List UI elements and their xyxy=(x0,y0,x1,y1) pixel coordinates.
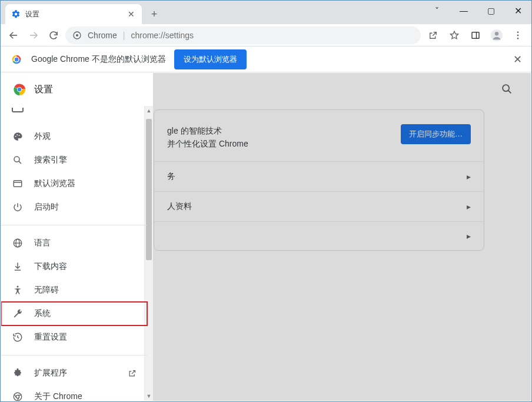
tab-close-button[interactable]: ✕ xyxy=(127,9,136,19)
row-label: 人资料 xyxy=(167,201,192,212)
svg-rect-2 xyxy=(472,32,479,38)
sidebar-separator xyxy=(1,355,147,356)
sync-line1: gle 的智能技术 xyxy=(167,124,248,137)
sidebar-item-label: 无障碍 xyxy=(34,285,59,295)
palette-icon xyxy=(12,131,24,142)
svg-point-8 xyxy=(517,37,519,39)
sidebar-item-label: 启动时 xyxy=(34,202,59,212)
infobar-message: Google Chrome 不是您的默认浏览器 xyxy=(31,54,166,65)
sidebar-item-appearance[interactable]: 外观 xyxy=(1,125,147,148)
sidebar-item-label: 重置设置 xyxy=(34,332,67,343)
chevron-right-icon: ▸ xyxy=(467,202,471,211)
caret-down-icon[interactable]: ˅ xyxy=(423,1,450,21)
svg-line-13 xyxy=(508,91,511,94)
sidebar-item-label: 默认浏览器 xyxy=(34,178,75,189)
side-panel-icon[interactable] xyxy=(467,26,484,44)
default-browser-infobar: Google Chrome 不是您的默认浏览器 设为默认浏览器 ✕ xyxy=(1,46,531,72)
sidebar-item-label: 扩展程序 xyxy=(34,368,67,378)
sidebar-item-reset[interactable]: 重置设置 xyxy=(1,325,147,349)
sidebar-item-label: 关于 Chrome xyxy=(34,391,82,401)
power-icon xyxy=(12,201,24,213)
svg-point-10 xyxy=(15,57,18,61)
row-label: 务 xyxy=(167,171,175,182)
svg-point-20 xyxy=(14,157,19,162)
chrome-logo-icon xyxy=(13,83,26,96)
tab-title: 设置 xyxy=(25,9,122,19)
set-default-browser-button[interactable]: 设为默认浏览器 xyxy=(174,49,247,69)
restore-icon xyxy=(12,331,24,343)
svg-point-1 xyxy=(76,34,78,36)
cut-icon xyxy=(12,108,24,112)
back-button[interactable] xyxy=(5,27,22,44)
sidebar-item-default-browser[interactable]: 默认浏览器 xyxy=(1,172,147,195)
chrome-logo-icon xyxy=(10,53,23,66)
svg-point-17 xyxy=(15,136,16,137)
address-bar[interactable]: Chrome | chrome://settings xyxy=(65,26,421,44)
settings-main: gle 的智能技术 并个性化设置 Chrome 开启同步功能… 务 ▸ 人资料 … xyxy=(154,109,484,251)
sync-line2: 并个性化设置 Chrome xyxy=(167,137,248,150)
settings-row-import[interactable]: ▸ xyxy=(154,221,484,250)
globe-icon xyxy=(12,237,24,249)
toolbar: Chrome | chrome://settings xyxy=(1,24,531,46)
sidebar-header: 设置 xyxy=(1,73,153,106)
svg-rect-22 xyxy=(14,181,22,187)
svg-point-5 xyxy=(495,32,498,35)
bookmark-star-icon[interactable] xyxy=(445,26,463,44)
sidebar-nav: ▲ ▼ 外观 搜索引擎 默认浏览器 xyxy=(1,106,153,401)
window-close-button[interactable]: ✕ xyxy=(504,1,531,21)
omnibox-origin: Chrome xyxy=(88,31,117,40)
settings-row-services[interactable]: 务 ▸ xyxy=(154,161,484,191)
svg-line-21 xyxy=(19,161,21,164)
new-tab-button[interactable]: + xyxy=(145,5,163,23)
sidebar-item-downloads[interactable]: 下载内容 xyxy=(1,255,147,278)
maximize-button[interactable]: ▢ xyxy=(477,1,504,21)
reload-button[interactable] xyxy=(45,27,62,44)
sidebar-item-about-chrome[interactable]: 关于 Chrome xyxy=(1,385,147,401)
sync-promo-row: gle 的智能技术 并个性化设置 Chrome 开启同步功能… xyxy=(154,110,484,161)
search-icon[interactable] xyxy=(500,82,514,97)
svg-point-27 xyxy=(17,286,19,288)
chrome-outline-icon xyxy=(12,391,24,401)
share-icon[interactable] xyxy=(424,26,442,44)
sidebar-item-label: 系统 xyxy=(34,308,51,319)
omnibox-separator: | xyxy=(123,31,125,40)
kebab-menu-icon[interactable] xyxy=(509,26,527,44)
svg-point-6 xyxy=(517,31,519,33)
sidebar-item-system[interactable]: 系统 xyxy=(1,302,147,325)
search-icon xyxy=(12,154,24,166)
tab-settings[interactable]: 设置 ✕ xyxy=(5,4,142,24)
external-link-icon xyxy=(128,369,137,378)
chrome-dino-icon xyxy=(72,31,82,40)
sidebar-item-label: 搜索引擎 xyxy=(34,155,67,165)
settings-row-profile[interactable]: 人资料 ▸ xyxy=(154,191,484,221)
omnibox-url: chrome://settings xyxy=(131,31,194,40)
gear-icon xyxy=(11,9,21,19)
svg-point-16 xyxy=(18,88,21,91)
minimize-button[interactable]: — xyxy=(450,1,477,21)
turn-on-sync-button[interactable]: 开启同步功能… xyxy=(401,124,471,144)
profile-avatar-icon[interactable] xyxy=(488,26,506,44)
chevron-right-icon: ▸ xyxy=(467,172,471,181)
sidebar-item-on-startup[interactable]: 启动时 xyxy=(1,195,147,219)
sidebar-item-label: 外观 xyxy=(34,131,51,142)
extension-icon xyxy=(12,367,24,379)
sidebar-item-search-engine[interactable]: 搜索引擎 xyxy=(1,148,147,172)
sidebar-item-accessibility[interactable]: 无障碍 xyxy=(1,278,147,302)
sidebar-item-label: 语言 xyxy=(34,238,51,248)
wrench-icon xyxy=(12,308,24,320)
forward-button[interactable] xyxy=(25,27,42,44)
browser-icon xyxy=(12,178,24,190)
download-icon xyxy=(12,261,24,273)
svg-point-18 xyxy=(16,134,18,135)
svg-point-12 xyxy=(503,85,509,91)
svg-point-7 xyxy=(517,34,519,36)
settings-sidebar: 设置 ▲ ▼ 外观 搜索引擎 xyxy=(1,73,153,401)
infobar-close-button[interactable]: ✕ xyxy=(513,53,522,66)
svg-point-19 xyxy=(19,135,20,136)
sidebar-item-cut[interactable] xyxy=(1,106,147,114)
chevron-right-icon: ▸ xyxy=(467,231,471,241)
sidebar-title: 设置 xyxy=(34,84,53,96)
sidebar-item-languages[interactable]: 语言 xyxy=(1,231,147,255)
sidebar-item-label: 下载内容 xyxy=(34,261,67,272)
sidebar-item-extensions[interactable]: 扩展程序 xyxy=(1,361,147,385)
